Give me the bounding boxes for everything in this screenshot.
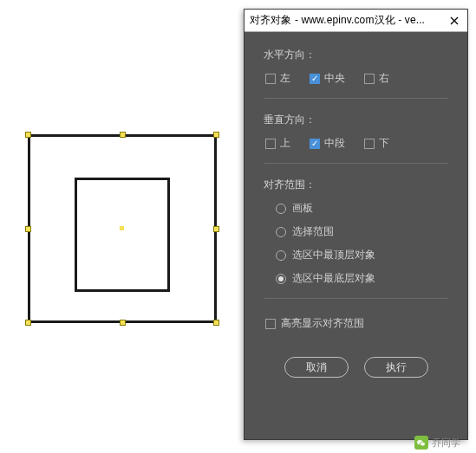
- scope-selection[interactable]: 选择范围: [276, 224, 448, 239]
- highlight-option[interactable]: 高亮显示对齐范围: [265, 316, 448, 331]
- vertical-middle[interactable]: ✓ 中段: [310, 136, 345, 151]
- scope-top-object[interactable]: 选区中最顶层对象: [276, 248, 448, 262]
- credit-watermark: 乔同学: [414, 436, 460, 450]
- checkbox-icon: [265, 319, 276, 329]
- canvas-area: [0, 0, 243, 453]
- horizontal-right[interactable]: 右: [364, 71, 389, 86]
- horizontal-label: 水平方向：: [264, 48, 448, 62]
- dialog-title: 对齐对象 - www.epinv.com汉化 - ve...: [250, 13, 447, 28]
- option-label: 下: [379, 136, 389, 151]
- inner-rectangle[interactable]: [75, 178, 170, 292]
- scope-bottom-object[interactable]: 选区中最底层对象: [276, 271, 448, 286]
- vertical-top[interactable]: 上: [265, 136, 290, 151]
- selection-handle[interactable]: [120, 320, 126, 326]
- selection-handle[interactable]: [213, 226, 219, 232]
- scope-artboard[interactable]: 画板: [276, 201, 448, 216]
- credit-name: 乔同学: [432, 437, 460, 450]
- radio-icon: [276, 227, 286, 237]
- option-label: 上: [280, 136, 290, 151]
- radio-icon: [276, 204, 286, 214]
- wechat-icon: [414, 436, 428, 450]
- scope-options: 画板 选择范围 选区中最顶层对象 选区中最底层对象: [276, 201, 448, 286]
- vertical-label: 垂直方向：: [264, 113, 448, 127]
- divider: [264, 163, 448, 164]
- option-label: 右: [379, 71, 389, 86]
- align-dialog: 对齐对象 - www.epinv.com汉化 - ve... 水平方向： 左 ✓…: [244, 9, 468, 440]
- scope-label: 对齐范围：: [264, 178, 448, 192]
- option-label: 画板: [292, 201, 313, 216]
- vertical-options: 上 ✓ 中段 下: [265, 136, 448, 151]
- radio-icon: [276, 274, 286, 284]
- selection-handle[interactable]: [25, 320, 31, 326]
- checkbox-icon: [265, 139, 276, 149]
- option-label: 选区中最顶层对象: [292, 248, 375, 262]
- divider: [264, 98, 448, 99]
- divider: [264, 298, 448, 299]
- checkbox-icon: ✓: [310, 139, 320, 149]
- option-label: 中央: [324, 71, 345, 86]
- option-label: 高亮显示对齐范围: [281, 316, 364, 331]
- close-button[interactable]: [447, 13, 462, 29]
- checkbox-icon: [364, 74, 375, 84]
- selection-handle[interactable]: [120, 132, 126, 138]
- option-label: 中段: [324, 136, 345, 151]
- checkbox-icon: [265, 74, 276, 84]
- horizontal-options: 左 ✓ 中央 右: [265, 71, 448, 86]
- option-label: 选区中最底层对象: [292, 271, 375, 286]
- center-point: [120, 226, 124, 230]
- close-icon: [450, 16, 459, 25]
- vertical-bottom[interactable]: 下: [364, 136, 389, 151]
- selection-handle[interactable]: [213, 132, 219, 138]
- option-label: 选择范围: [292, 224, 334, 239]
- checkbox-icon: ✓: [310, 74, 320, 84]
- horizontal-center[interactable]: ✓ 中央: [310, 71, 345, 86]
- cancel-button[interactable]: 取消: [284, 357, 349, 378]
- checkbox-icon: [364, 139, 375, 149]
- dialog-titlebar[interactable]: 对齐对象 - www.epinv.com汉化 - ve...: [245, 10, 467, 32]
- selection-handle[interactable]: [213, 320, 219, 326]
- execute-button[interactable]: 执行: [364, 357, 428, 378]
- radio-icon: [276, 250, 286, 261]
- option-label: 左: [280, 71, 290, 86]
- dialog-buttons: 取消 执行: [264, 357, 448, 378]
- selection-handle[interactable]: [25, 132, 31, 138]
- horizontal-left[interactable]: 左: [265, 71, 290, 86]
- selection-handle[interactable]: [25, 226, 31, 232]
